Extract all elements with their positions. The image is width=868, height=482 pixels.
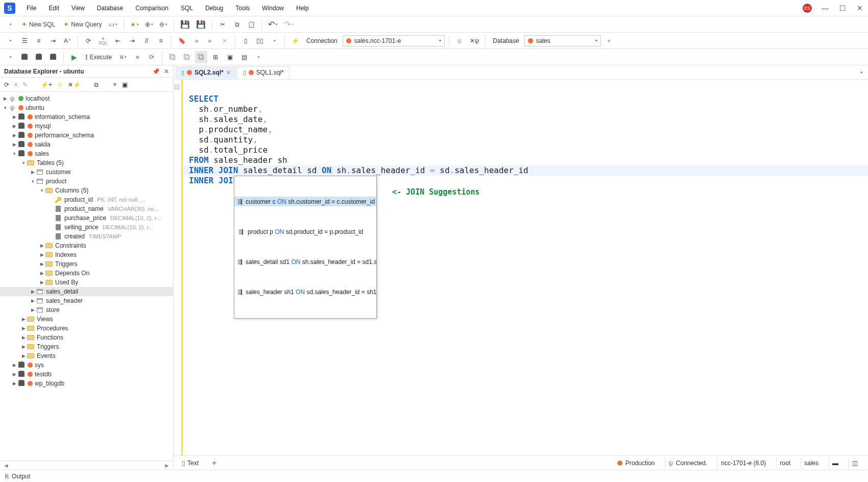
- clear-bm-icon[interactable]: ✕: [219, 35, 231, 47]
- refresh-icon[interactable]: ⟳: [4, 81, 9, 88]
- doc-icon[interactable]: ▯: [239, 35, 252, 47]
- connection-combo[interactable]: sales.ncc-1701-e ▾: [343, 35, 445, 46]
- redo-icon[interactable]: ↷▾: [282, 18, 296, 31]
- tree-column[interactable]: createdTIMESTAMP: [0, 232, 173, 241]
- refresh-icon[interactable]: ⟳: [82, 35, 94, 47]
- pin-icon[interactable]: 📌: [152, 68, 160, 75]
- autocomplete-popup[interactable]: ⇶customer c ON sh.customer_id = c.custom…: [234, 176, 377, 319]
- layout-1-icon[interactable]: ▬: [832, 460, 838, 467]
- edit-icon[interactable]: ✎: [22, 81, 28, 88]
- db-icon-3[interactable]: [47, 51, 59, 63]
- maximize-button[interactable]: ☐: [838, 4, 847, 12]
- paste-icon[interactable]: 📋: [245, 18, 257, 31]
- user-badge[interactable]: ES: [803, 4, 812, 13]
- close-panel-icon[interactable]: ✕: [164, 68, 169, 75]
- tree-folder[interactable]: ▶Events: [0, 351, 173, 360]
- tree-table[interactable]: ▶sales_header: [0, 296, 173, 305]
- font-icon[interactable]: A⁺: [61, 35, 74, 47]
- suggest-item[interactable]: ⇶product p ON sd.product_id = p.product_…: [234, 227, 376, 236]
- duplicate-icon[interactable]: ⧉: [94, 81, 99, 88]
- text-tab[interactable]: ▯Text: [178, 459, 203, 468]
- minimize-button[interactable]: —: [821, 4, 829, 12]
- db-icon-1[interactable]: [18, 51, 31, 63]
- close-tab-icon[interactable]: ✕: [226, 69, 231, 76]
- save-icon[interactable]: 💾: [178, 18, 192, 31]
- db-icon-2[interactable]: [33, 51, 45, 63]
- dropdown-icon[interactable]: ▾: [4, 51, 16, 63]
- prev-bm-icon[interactable]: ◄: [190, 35, 202, 47]
- open-icon[interactable]: ▭▾: [107, 18, 119, 31]
- tree-column[interactable]: purchase_priceDECIMAL(10, 2), r...: [0, 213, 173, 223]
- menu-comparison[interactable]: Comparison: [130, 3, 174, 14]
- sql-editor[interactable]: SELECT sh.or_number, sh.sales_date, p.pr…: [183, 80, 868, 455]
- tool-2-icon[interactable]: ≡: [33, 35, 45, 47]
- close-button[interactable]: ✕: [856, 4, 864, 12]
- tree-folder[interactable]: ▶Depends On: [0, 269, 173, 278]
- output-bar[interactable]: ⎘ Output: [0, 470, 868, 482]
- tree-folder[interactable]: ▶Triggers: [0, 259, 173, 269]
- docs-icon[interactable]: ▯▯: [254, 35, 266, 47]
- dropdown-icon[interactable]: ▾: [252, 51, 264, 63]
- tree-schema[interactable]: ▶wp_blogdb: [0, 379, 173, 388]
- tool-3-icon[interactable]: ⇥: [47, 35, 59, 47]
- indent-icon[interactable]: ⇤: [112, 35, 124, 47]
- dropdown-icon[interactable]: ▾: [4, 35, 16, 47]
- tree-schema[interactable]: ▶sys: [0, 360, 173, 370]
- next-bm-icon[interactable]: ►: [204, 35, 216, 47]
- tree-folder[interactable]: ▶Views: [0, 315, 173, 324]
- window-icon[interactable]: ▣: [122, 81, 128, 88]
- add-tab[interactable]: +: [208, 457, 221, 469]
- disconn-icon[interactable]: ✕⚡: [68, 81, 81, 88]
- suggest-item[interactable]: ⇶sales_header sh1 ON sd.sales_header_id …: [234, 287, 376, 297]
- add-conn-icon[interactable]: ⚡+: [41, 81, 52, 88]
- tree-schema[interactable]: ▶performance_schema: [0, 131, 173, 140]
- layout-2-icon[interactable]: ◫: [852, 460, 858, 467]
- comment-icon[interactable]: //: [140, 35, 153, 47]
- tree-column[interactable]: selling_priceDECIMAL(10, 2), r...: [0, 223, 173, 232]
- tool-1-icon[interactable]: ☰: [18, 35, 31, 47]
- tree-folder[interactable]: ▶Procedures: [0, 324, 173, 333]
- conn-icon[interactable]: ⚡: [56, 81, 64, 88]
- db-tool-1-icon[interactable]: ψ: [453, 35, 466, 47]
- tree-folder[interactable]: ▶Constraints: [0, 241, 173, 250]
- tree-folder[interactable]: ▶Used By: [0, 278, 173, 287]
- plus-icon[interactable]: ⊕▾: [143, 18, 155, 31]
- tree-folder[interactable]: ▶Triggers: [0, 342, 173, 351]
- menu-edit[interactable]: Edit: [43, 3, 64, 14]
- tree-column[interactable]: product_nameVARCHAR(30), no...: [0, 204, 173, 213]
- db-tool-2-icon[interactable]: ✕ψ: [468, 35, 481, 47]
- cycle-icon[interactable]: ⟳: [146, 51, 158, 63]
- menu-window[interactable]: Window: [257, 3, 289, 14]
- explorer-tree[interactable]: ▶ψlocalhost ▾ψubuntu ▶information_schema…: [0, 92, 173, 461]
- save-all-icon[interactable]: 💾: [194, 18, 208, 31]
- new-sql-button[interactable]: ✦New SQL: [18, 18, 58, 31]
- tree-schema[interactable]: ▶mysql: [0, 122, 173, 131]
- run-icon[interactable]: ▶: [68, 51, 80, 63]
- tree-table[interactable]: ▶store: [0, 305, 173, 315]
- tree-table-product[interactable]: ▾product: [0, 177, 173, 186]
- tree-folder[interactable]: ▶Indexes: [0, 250, 173, 259]
- grid-icon[interactable]: ⊞: [209, 51, 222, 63]
- menu-debug[interactable]: Debug: [200, 3, 228, 14]
- suggest-item[interactable]: ⇶sales_detail sd1 ON sh.sales_header_id …: [234, 257, 376, 267]
- plan-2-icon[interactable]: ⿻: [181, 51, 193, 63]
- suggest-item[interactable]: ⇶customer c ON sh.customer_id = c.custom…: [234, 197, 376, 206]
- copy-icon[interactable]: ⧉: [231, 18, 243, 31]
- fold-marker-icon[interactable]: −: [175, 85, 179, 89]
- menu-file[interactable]: File: [21, 3, 41, 14]
- stop-icon[interactable]: ■: [131, 51, 143, 63]
- tab-sql1[interactable]: ▯ SQL1.sql*: [237, 66, 290, 79]
- tree-schema[interactable]: ▶sakila: [0, 140, 173, 149]
- tree-table[interactable]: ▶sales_detail: [0, 287, 173, 296]
- star-icon[interactable]: ★▾: [128, 18, 141, 31]
- plug-icon[interactable]: ⚡: [289, 35, 301, 47]
- outdent-icon[interactable]: ⇥: [126, 35, 138, 47]
- tree-table[interactable]: ▶customer: [0, 167, 173, 177]
- db-extra-icon[interactable]: ▾: [603, 35, 615, 47]
- sql-format-icon[interactable]: ✦SQL: [97, 35, 110, 47]
- tree-schema-sales[interactable]: ▾sales: [0, 149, 173, 158]
- tree-folder[interactable]: ▶Functions: [0, 333, 173, 342]
- tree-schema[interactable]: ▶information_schema: [0, 112, 173, 122]
- menu-tools[interactable]: Tools: [230, 3, 255, 14]
- execute-button[interactable]: ! Execute: [82, 51, 115, 63]
